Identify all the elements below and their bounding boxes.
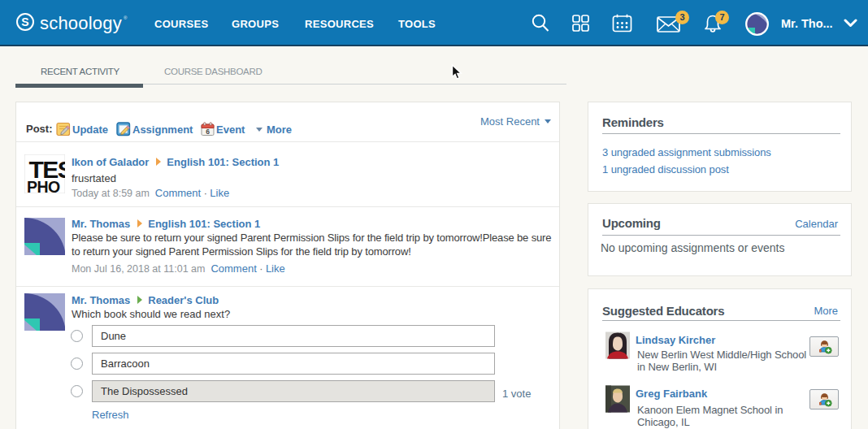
svg-text:6: 6 <box>206 128 210 136</box>
svg-text:PHO: PHO <box>27 177 60 193</box>
